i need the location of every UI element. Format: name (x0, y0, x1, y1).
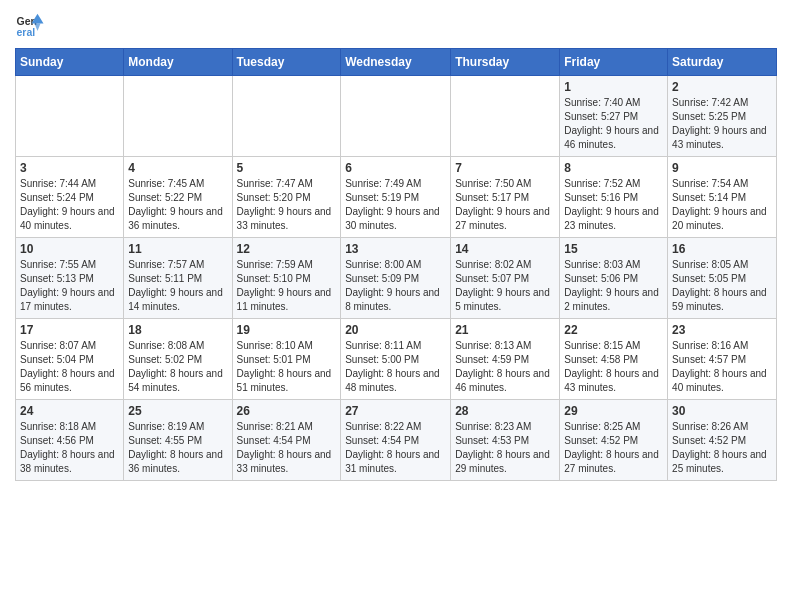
day-number: 11 (128, 242, 227, 256)
logo-icon: Gen eral (15, 10, 45, 40)
svg-text:eral: eral (17, 26, 36, 38)
day-number: 27 (345, 404, 446, 418)
day-info: Sunrise: 8:22 AM Sunset: 4:54 PM Dayligh… (345, 420, 446, 476)
day-number: 5 (237, 161, 337, 175)
day-info: Sunrise: 7:59 AM Sunset: 5:10 PM Dayligh… (237, 258, 337, 314)
day-info: Sunrise: 8:15 AM Sunset: 4:58 PM Dayligh… (564, 339, 663, 395)
calendar-cell: 13Sunrise: 8:00 AM Sunset: 5:09 PM Dayli… (341, 238, 451, 319)
day-number: 10 (20, 242, 119, 256)
day-info: Sunrise: 8:13 AM Sunset: 4:59 PM Dayligh… (455, 339, 555, 395)
calendar-cell: 29Sunrise: 8:25 AM Sunset: 4:52 PM Dayli… (560, 400, 668, 481)
day-info: Sunrise: 7:54 AM Sunset: 5:14 PM Dayligh… (672, 177, 772, 233)
day-number: 26 (237, 404, 337, 418)
day-number: 9 (672, 161, 772, 175)
day-header-monday: Monday (124, 49, 232, 76)
day-number: 3 (20, 161, 119, 175)
day-number: 20 (345, 323, 446, 337)
day-number: 18 (128, 323, 227, 337)
day-number: 24 (20, 404, 119, 418)
day-info: Sunrise: 8:19 AM Sunset: 4:55 PM Dayligh… (128, 420, 227, 476)
day-info: Sunrise: 8:03 AM Sunset: 5:06 PM Dayligh… (564, 258, 663, 314)
day-info: Sunrise: 8:10 AM Sunset: 5:01 PM Dayligh… (237, 339, 337, 395)
calendar-cell: 3Sunrise: 7:44 AM Sunset: 5:24 PM Daylig… (16, 157, 124, 238)
calendar-cell (341, 76, 451, 157)
header: Gen eral (15, 10, 777, 40)
calendar-cell: 18Sunrise: 8:08 AM Sunset: 5:02 PM Dayli… (124, 319, 232, 400)
day-info: Sunrise: 8:21 AM Sunset: 4:54 PM Dayligh… (237, 420, 337, 476)
day-info: Sunrise: 7:49 AM Sunset: 5:19 PM Dayligh… (345, 177, 446, 233)
day-info: Sunrise: 7:45 AM Sunset: 5:22 PM Dayligh… (128, 177, 227, 233)
day-info: Sunrise: 8:02 AM Sunset: 5:07 PM Dayligh… (455, 258, 555, 314)
day-info: Sunrise: 8:00 AM Sunset: 5:09 PM Dayligh… (345, 258, 446, 314)
calendar-cell: 26Sunrise: 8:21 AM Sunset: 4:54 PM Dayli… (232, 400, 341, 481)
day-info: Sunrise: 8:16 AM Sunset: 4:57 PM Dayligh… (672, 339, 772, 395)
day-number: 6 (345, 161, 446, 175)
calendar-cell: 24Sunrise: 8:18 AM Sunset: 4:56 PM Dayli… (16, 400, 124, 481)
day-info: Sunrise: 7:55 AM Sunset: 5:13 PM Dayligh… (20, 258, 119, 314)
calendar-header-row: SundayMondayTuesdayWednesdayThursdayFrid… (16, 49, 777, 76)
day-info: Sunrise: 7:40 AM Sunset: 5:27 PM Dayligh… (564, 96, 663, 152)
day-info: Sunrise: 8:25 AM Sunset: 4:52 PM Dayligh… (564, 420, 663, 476)
calendar-cell: 1Sunrise: 7:40 AM Sunset: 5:27 PM Daylig… (560, 76, 668, 157)
week-row-1: 1Sunrise: 7:40 AM Sunset: 5:27 PM Daylig… (16, 76, 777, 157)
day-number: 23 (672, 323, 772, 337)
day-header-thursday: Thursday (451, 49, 560, 76)
day-number: 21 (455, 323, 555, 337)
day-number: 29 (564, 404, 663, 418)
calendar-cell (232, 76, 341, 157)
calendar-cell: 30Sunrise: 8:26 AM Sunset: 4:52 PM Dayli… (668, 400, 777, 481)
day-info: Sunrise: 8:18 AM Sunset: 4:56 PM Dayligh… (20, 420, 119, 476)
day-number: 8 (564, 161, 663, 175)
day-number: 28 (455, 404, 555, 418)
week-row-2: 3Sunrise: 7:44 AM Sunset: 5:24 PM Daylig… (16, 157, 777, 238)
calendar-cell: 25Sunrise: 8:19 AM Sunset: 4:55 PM Dayli… (124, 400, 232, 481)
day-info: Sunrise: 8:23 AM Sunset: 4:53 PM Dayligh… (455, 420, 555, 476)
day-info: Sunrise: 7:44 AM Sunset: 5:24 PM Dayligh… (20, 177, 119, 233)
day-number: 19 (237, 323, 337, 337)
calendar-cell: 15Sunrise: 8:03 AM Sunset: 5:06 PM Dayli… (560, 238, 668, 319)
calendar-cell (16, 76, 124, 157)
day-number: 30 (672, 404, 772, 418)
calendar-cell: 10Sunrise: 7:55 AM Sunset: 5:13 PM Dayli… (16, 238, 124, 319)
calendar-cell: 11Sunrise: 7:57 AM Sunset: 5:11 PM Dayli… (124, 238, 232, 319)
day-info: Sunrise: 7:50 AM Sunset: 5:17 PM Dayligh… (455, 177, 555, 233)
day-number: 13 (345, 242, 446, 256)
calendar-cell: 14Sunrise: 8:02 AM Sunset: 5:07 PM Dayli… (451, 238, 560, 319)
day-number: 7 (455, 161, 555, 175)
day-header-saturday: Saturday (668, 49, 777, 76)
day-header-wednesday: Wednesday (341, 49, 451, 76)
calendar-cell (124, 76, 232, 157)
calendar-cell: 23Sunrise: 8:16 AM Sunset: 4:57 PM Dayli… (668, 319, 777, 400)
calendar-table: SundayMondayTuesdayWednesdayThursdayFrid… (15, 48, 777, 481)
calendar-cell (451, 76, 560, 157)
calendar-cell: 7Sunrise: 7:50 AM Sunset: 5:17 PM Daylig… (451, 157, 560, 238)
week-row-3: 10Sunrise: 7:55 AM Sunset: 5:13 PM Dayli… (16, 238, 777, 319)
calendar-cell: 21Sunrise: 8:13 AM Sunset: 4:59 PM Dayli… (451, 319, 560, 400)
calendar-cell: 12Sunrise: 7:59 AM Sunset: 5:10 PM Dayli… (232, 238, 341, 319)
calendar-cell: 17Sunrise: 8:07 AM Sunset: 5:04 PM Dayli… (16, 319, 124, 400)
week-row-4: 17Sunrise: 8:07 AM Sunset: 5:04 PM Dayli… (16, 319, 777, 400)
day-info: Sunrise: 8:11 AM Sunset: 5:00 PM Dayligh… (345, 339, 446, 395)
day-number: 25 (128, 404, 227, 418)
calendar-cell: 16Sunrise: 8:05 AM Sunset: 5:05 PM Dayli… (668, 238, 777, 319)
day-number: 1 (564, 80, 663, 94)
day-number: 22 (564, 323, 663, 337)
calendar-cell: 5Sunrise: 7:47 AM Sunset: 5:20 PM Daylig… (232, 157, 341, 238)
day-header-tuesday: Tuesday (232, 49, 341, 76)
day-number: 15 (564, 242, 663, 256)
day-info: Sunrise: 8:26 AM Sunset: 4:52 PM Dayligh… (672, 420, 772, 476)
day-info: Sunrise: 7:47 AM Sunset: 5:20 PM Dayligh… (237, 177, 337, 233)
calendar-cell: 19Sunrise: 8:10 AM Sunset: 5:01 PM Dayli… (232, 319, 341, 400)
calendar-cell: 6Sunrise: 7:49 AM Sunset: 5:19 PM Daylig… (341, 157, 451, 238)
calendar-cell: 8Sunrise: 7:52 AM Sunset: 5:16 PM Daylig… (560, 157, 668, 238)
day-number: 17 (20, 323, 119, 337)
calendar-cell: 2Sunrise: 7:42 AM Sunset: 5:25 PM Daylig… (668, 76, 777, 157)
day-header-sunday: Sunday (16, 49, 124, 76)
day-number: 2 (672, 80, 772, 94)
day-info: Sunrise: 7:52 AM Sunset: 5:16 PM Dayligh… (564, 177, 663, 233)
day-number: 16 (672, 242, 772, 256)
svg-marker-3 (35, 24, 41, 32)
day-info: Sunrise: 7:42 AM Sunset: 5:25 PM Dayligh… (672, 96, 772, 152)
day-number: 4 (128, 161, 227, 175)
day-number: 14 (455, 242, 555, 256)
